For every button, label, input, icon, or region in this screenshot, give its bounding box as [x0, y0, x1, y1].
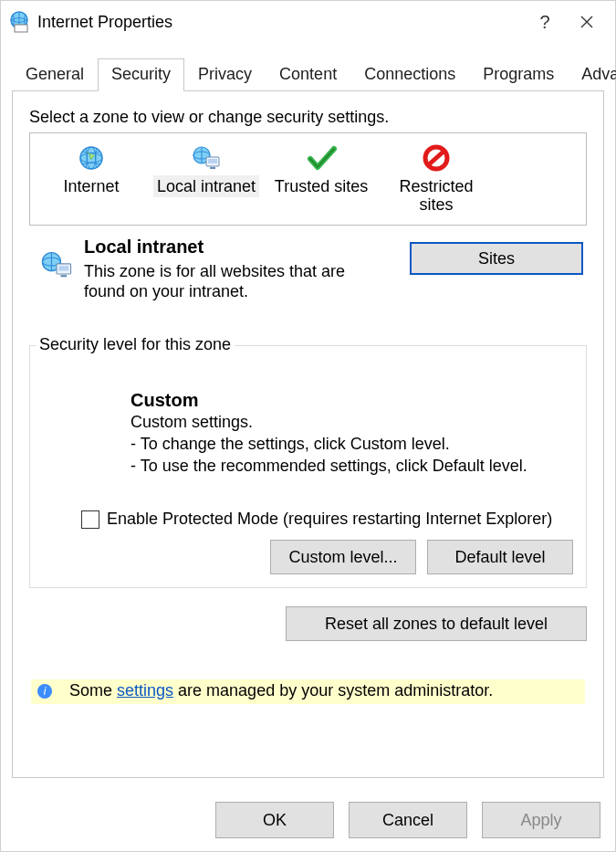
- custom-line3: - To use the recommended settings, click…: [131, 455, 573, 477]
- internet-properties-dialog: Internet Properties ? General Security P…: [0, 0, 616, 852]
- zone-label: Trusted sites: [271, 175, 371, 197]
- zone-detail-desc: This zone is for all websites that are f…: [84, 261, 367, 301]
- security-tab-panel: Select a zone to view or change security…: [12, 90, 604, 778]
- enable-protected-mode-checkbox[interactable]: Enable Protected Mode (requires restarti…: [81, 510, 573, 529]
- security-level-group: Security level for this zone Custom Cust…: [29, 345, 587, 588]
- svg-line-11: [428, 151, 444, 165]
- svg-rect-16: [60, 275, 67, 277]
- window-title: Internet Properties: [37, 13, 524, 32]
- tab-connections[interactable]: Connections: [350, 58, 469, 91]
- apply-button[interactable]: Apply: [482, 802, 600, 838]
- tab-programs[interactable]: Programs: [469, 58, 568, 91]
- dialog-buttons: OK Cancel Apply: [1, 789, 615, 851]
- reset-all-zones-button[interactable]: Reset all zones to default level: [286, 606, 587, 641]
- zone-local-intranet[interactable]: Local intranet: [152, 141, 260, 216]
- custom-line1: Custom settings.: [131, 411, 573, 433]
- sites-button[interactable]: Sites: [410, 242, 583, 275]
- app-icon: [8, 11, 30, 33]
- checkbox-icon: [81, 510, 99, 529]
- zone-detail-title: Local intranet: [84, 237, 410, 258]
- tab-general[interactable]: General: [12, 58, 98, 91]
- help-button[interactable]: ?: [524, 1, 566, 43]
- titlebar: Internet Properties ?: [1, 1, 615, 43]
- close-button[interactable]: [566, 1, 608, 43]
- custom-settings-block: Custom Custom settings. - To change the …: [131, 390, 573, 477]
- tab-strip: General Security Privacy Content Connect…: [1, 58, 615, 90]
- svg-rect-1: [15, 25, 27, 32]
- settings-link[interactable]: settings: [117, 681, 173, 699]
- svg-rect-9: [210, 167, 215, 169]
- zone-description-row: Local intranet This zone is for all webs…: [29, 237, 587, 301]
- zone-label: Internet: [59, 175, 122, 197]
- zone-list: Internet Local intranet Trusted sites Re…: [29, 132, 587, 226]
- svg-text:i: i: [44, 685, 47, 698]
- cancel-button[interactable]: Cancel: [349, 802, 467, 838]
- globe-icon: [37, 144, 145, 172]
- zone-label: Local intranet: [153, 175, 259, 197]
- check-icon: [267, 144, 375, 172]
- tab-security[interactable]: Security: [98, 58, 184, 91]
- zone-label: Restricted sites: [382, 175, 490, 216]
- infobar-suffix: are managed by your system administrator…: [173, 681, 493, 699]
- zone-trusted-sites[interactable]: Trusted sites: [267, 141, 375, 216]
- tab-advanced[interactable]: Advanced: [568, 58, 616, 91]
- tab-content[interactable]: Content: [266, 58, 350, 91]
- svg-rect-8: [208, 159, 217, 163]
- tab-privacy[interactable]: Privacy: [184, 58, 266, 91]
- checkbox-label: Enable Protected Mode (requires restarti…: [107, 510, 552, 529]
- custom-level-button[interactable]: Custom level...: [270, 540, 416, 574]
- zone-internet[interactable]: Internet: [37, 141, 145, 216]
- zone-instruction: Select a zone to view or change security…: [29, 108, 587, 127]
- intranet-icon: [152, 144, 260, 172]
- info-icon: i: [37, 683, 53, 699]
- infobar-prefix: Some: [69, 681, 117, 699]
- custom-title: Custom: [131, 390, 573, 411]
- default-level-button[interactable]: Default level: [427, 540, 573, 574]
- zone-restricted-sites[interactable]: Restricted sites: [382, 141, 490, 216]
- custom-line2: - To change the settings, click Custom l…: [131, 433, 573, 455]
- admin-managed-infobar: i Some settings are managed by your syst…: [31, 679, 585, 704]
- svg-rect-15: [58, 266, 68, 271]
- zone-detail-icon: [29, 237, 84, 301]
- ok-button[interactable]: OK: [215, 802, 334, 838]
- block-icon: [382, 144, 490, 172]
- group-legend: Security level for this zone: [36, 335, 235, 354]
